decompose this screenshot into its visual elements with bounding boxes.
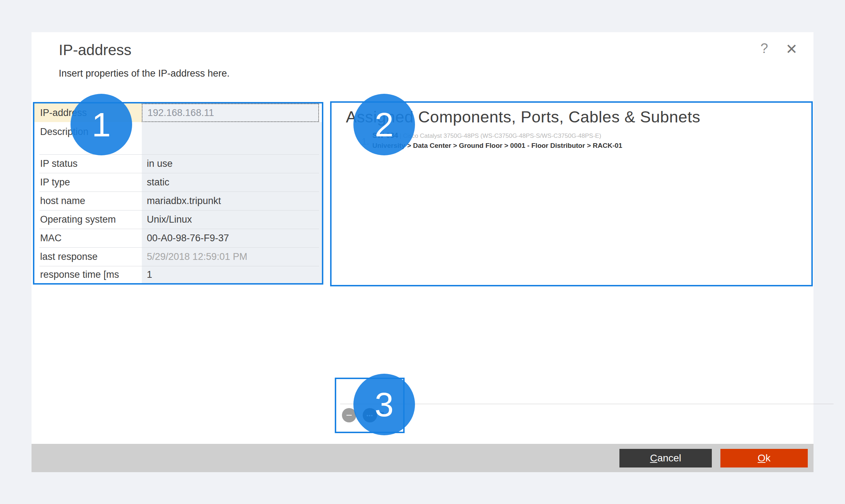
component-model: | Cisco Catalyst 3750G-48PS (WS-C3750G-4… [400,132,601,139]
annotation-badge-1: 1 [71,94,132,155]
field-label-response-time: response time [ms [34,266,142,283]
page-background: IP-address Insert properties of the IP-a… [0,0,845,504]
close-icon[interactable]: ✕ [786,41,798,57]
ip-address-field[interactable]: 192.168.168.11 [142,103,319,122]
description-field[interactable] [142,122,322,154]
field-label-last-response: last response [34,247,142,266]
response-time-field: 1 [142,266,322,283]
ip-status-field[interactable]: in use [142,154,322,173]
field-label-host-name: host name [34,192,142,210]
field-label-ip-type: IP type [34,173,142,192]
field-label-mac: MAC [34,229,142,247]
dialog-title: IP-address [59,42,131,59]
host-name-field[interactable]: mariadbx.tripunkt [142,192,322,210]
form-row: IP type static [34,173,322,192]
mac-field[interactable]: 00-A0-98-76-F9-37 [142,229,322,247]
field-label-ip-status: IP status [34,154,142,173]
component-location-breadcrumb: University > Data Center > Ground Floor … [372,142,622,150]
form-row: MAC 00-A0-98-76-F9-37 [34,229,322,247]
help-icon[interactable]: ? [760,41,768,56]
field-label-operating-system: Operating system [34,210,142,229]
ok-button-label: Ok [720,452,808,464]
form-row: last response 5/29/2018 12:59:01 PM [34,247,322,266]
last-response-field: 5/29/2018 12:59:01 PM [142,247,322,266]
cancel-button-label: Cancel [619,452,712,464]
form-row: response time [ms 1 [34,266,322,283]
form-row: host name mariadbx.tripunkt [34,192,322,210]
form-row: Operating system Unix/Linux [34,210,322,229]
cancel-button[interactable]: Cancel [619,449,712,467]
annotation-badge-3: 3 [353,374,415,435]
annotation-badge-2: 2 [353,94,415,155]
form-row: IP status in use [34,154,322,173]
ip-type-field[interactable]: static [142,173,322,192]
ip-address-dialog: IP-address Insert properties of the IP-a… [32,32,813,472]
operating-system-field[interactable]: Unix/Linux [142,210,322,229]
ok-button[interactable]: Ok [720,449,808,467]
dialog-subtitle: Insert properties of the IP-address here… [59,68,230,79]
